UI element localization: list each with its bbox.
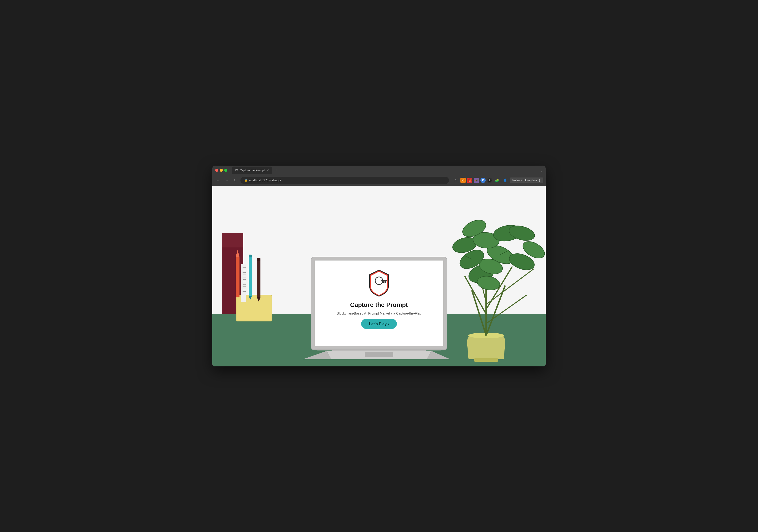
svg-rect-40 [381,280,387,282]
svg-text:🦊: 🦊 [468,179,471,182]
reload-button[interactable]: ↻ [232,177,239,184]
svg-text:Let's Play  ›: Let's Play › [369,322,389,326]
lock-icon: 🔒 [244,179,248,182]
new-tab-button[interactable]: + [274,168,279,173]
svg-text:I: I [489,179,490,182]
active-tab[interactable]: 🛡 Capture the Prompt ✕ [232,167,272,174]
svg-rect-31 [249,256,252,297]
bookmark-icon[interactable]: ☆ [452,177,459,184]
svg-rect-13 [222,233,243,248]
svg-text:Blockchain-Based AI Prompt Mar: Blockchain-Based AI Prompt Market via Ca… [337,312,421,315]
address-bar: ← → ↻ 🔒 localhost:5173/webapp/ ☆ ⬡ 🦊 [212,175,546,185]
back-button[interactable]: ← [215,177,222,184]
forward-button[interactable]: → [223,177,230,184]
tab-close-button[interactable]: ✕ [267,169,269,172]
svg-rect-41 [385,282,386,283]
close-button[interactable] [215,169,218,172]
extensions-icon[interactable]: 🧩 [494,177,500,184]
title-bar: 🛡 Capture the Prompt ✕ + ⌄ [212,166,546,175]
browser-window: 🛡 Capture the Prompt ✕ + ⌄ ← → ↻ 🔒 local… [212,166,546,366]
svg-rect-34 [257,259,260,299]
fullscreen-button[interactable] [224,169,227,172]
relaunch-button[interactable]: Relaunch to update ⋮ [510,178,543,183]
extension-icon-dark-i[interactable]: I [487,178,492,183]
desk-scene-svg: Capture the Prompt Blockchain-Based AI P… [212,185,546,366]
minimize-button[interactable] [220,169,223,172]
svg-text:K: K [482,179,484,182]
svg-rect-42 [383,282,385,283]
address-input[interactable]: 🔒 localhost:5173/webapp/ [240,177,449,184]
svg-text:⬡: ⬡ [462,179,464,182]
extension-icon-blue-k[interactable]: K [480,178,486,183]
toolbar-icons: ☆ ⬡ 🦊 🦋 [452,177,543,184]
svg-text:🦋: 🦋 [475,179,478,182]
svg-rect-48 [365,352,393,357]
svg-rect-32 [249,254,252,257]
relaunch-label: Relaunch to update [512,179,537,182]
expand-icon[interactable]: ⌄ [540,168,543,172]
extension-icon-orange[interactable]: ⬡ [461,178,465,183]
tab-favicon: 🛡 [235,169,238,172]
svg-text:Capture the Prompt: Capture the Prompt [350,301,408,308]
traffic-lights [215,169,227,172]
page-content: Capture the Prompt Blockchain-Based AI P… [212,185,546,366]
relaunch-menu-icon: ⋮ [538,179,541,182]
extension-icon-purple[interactable]: 🦋 [474,178,479,183]
profile-icon[interactable]: 👤 [502,177,508,184]
svg-rect-29 [236,257,239,297]
svg-rect-35 [257,258,260,261]
tab-title: Capture the Prompt [240,169,265,172]
extension-icon-red[interactable]: 🦊 [467,178,472,183]
svg-rect-17 [241,264,246,302]
svg-rect-49 [317,349,441,350]
window-controls-right: ⌄ [540,168,543,172]
tab-area: 🛡 Capture the Prompt ✕ + [232,167,538,174]
url-text: localhost:5173/webapp/ [249,179,281,182]
svg-rect-51 [474,358,498,362]
